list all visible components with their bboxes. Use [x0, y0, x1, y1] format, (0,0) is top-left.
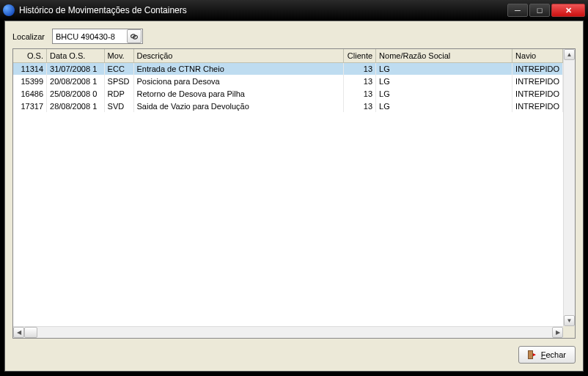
titlebar[interactable]: Histórico de Movimentações de Containers…: [0, 0, 588, 21]
door-exit-icon: [528, 350, 537, 359]
hscroll-track[interactable]: [24, 327, 552, 338]
scroll-down-button[interactable]: ▼: [564, 315, 575, 326]
cell: Saida de Vazio para Devolução: [133, 100, 344, 112]
col-header-mov[interactable]: Mov.: [104, 49, 133, 62]
cell: SPSD: [104, 75, 133, 87]
cell: ECC: [104, 62, 133, 75]
maximize-icon: □: [537, 7, 543, 15]
search-button[interactable]: [127, 29, 142, 43]
cell: INTREPIDO: [512, 100, 563, 112]
search-input[interactable]: [53, 31, 126, 43]
cell: 11314: [13, 62, 47, 75]
scroll-left-button[interactable]: ◀: [13, 327, 24, 338]
window-controls: ─ □ ✕: [507, 4, 585, 17]
cell: INTREPIDO: [512, 87, 563, 100]
maximize-button[interactable]: □: [529, 4, 550, 17]
scroll-up-button[interactable]: ▲: [564, 49, 575, 60]
app-icon: [3, 4, 15, 16]
table-row[interactable]: 1731728/08/2008 1SVDSaida de Vazio para …: [13, 100, 563, 112]
cell: Posiciona para Desova: [133, 75, 344, 87]
table-row[interactable]: 1648625/08/2008 0RDPRetorno de Desova pa…: [13, 87, 563, 100]
cell: 20/08/2008 1: [47, 75, 105, 87]
scroll-right-button[interactable]: ▶: [552, 327, 563, 338]
cell: LG: [376, 87, 512, 100]
cell: 16486: [13, 87, 47, 100]
col-header-data[interactable]: Data O.S.: [47, 49, 105, 62]
fechar-button[interactable]: Fechar: [518, 346, 576, 364]
search-field-wrap: [52, 29, 143, 44]
col-header-navio[interactable]: Navio: [512, 49, 563, 62]
svg-rect-3: [529, 351, 532, 358]
scrollbar-corner: [563, 326, 575, 338]
cell: SVD: [104, 100, 133, 112]
vscroll-track[interactable]: [564, 60, 575, 315]
cell: INTREPIDO: [512, 75, 563, 87]
close-icon: ✕: [565, 7, 572, 15]
window: Histórico de Movimentações de Containers…: [0, 0, 588, 376]
cell: 13: [344, 62, 376, 75]
data-grid[interactable]: O.S. Data O.S. Mov. Descrição Cliente No…: [12, 48, 576, 339]
close-window-button[interactable]: ✕: [551, 4, 585, 17]
col-header-os[interactable]: O.S.: [13, 49, 47, 62]
cell: 13: [344, 100, 376, 112]
svg-point-1: [133, 34, 138, 39]
cell: 31/07/2008 1: [47, 62, 105, 75]
cell: 25/08/2008 0: [47, 87, 105, 100]
button-bar: Fechar: [12, 339, 576, 364]
vertical-scrollbar[interactable]: ▲ ▼: [563, 49, 575, 326]
cell: RDP: [104, 87, 133, 100]
cell: INTREPIDO: [512, 62, 563, 75]
table-row[interactable]: 1131431/07/2008 1ECCEntrada de CTNR Chei…: [13, 62, 563, 75]
grid-viewport: O.S. Data O.S. Mov. Descrição Cliente No…: [13, 49, 563, 326]
col-header-cliente[interactable]: Cliente: [344, 49, 376, 62]
col-header-nome[interactable]: Nome/Razão Social: [376, 49, 512, 62]
cell: LG: [376, 62, 512, 75]
search-icon: [130, 32, 139, 41]
search-toolbar: Localizar: [12, 29, 576, 44]
cell: 15399: [13, 75, 47, 87]
localizar-label: Localizar: [12, 32, 45, 41]
cell: LG: [376, 75, 512, 87]
cell: Entrada de CTNR Cheio: [133, 62, 344, 75]
minimize-icon: ─: [515, 7, 521, 15]
cell: 13: [344, 75, 376, 87]
hscroll-thumb[interactable]: [24, 327, 37, 338]
table-row[interactable]: 1539920/08/2008 1SPSDPosiciona para Deso…: [13, 75, 563, 87]
cell: 28/08/2008 1: [47, 100, 105, 112]
horizontal-scrollbar[interactable]: ◀ ▶: [13, 326, 563, 338]
cell: 17317: [13, 100, 47, 112]
minimize-button[interactable]: ─: [507, 4, 528, 17]
window-title: Histórico de Movimentações de Containers: [19, 5, 507, 15]
cell: Retorno de Desova para Pilha: [133, 87, 344, 100]
client-area: Localizar O.S.: [4, 21, 584, 372]
col-header-descricao[interactable]: Descrição: [133, 49, 344, 62]
cell: 13: [344, 87, 376, 100]
fechar-label: Fechar: [541, 350, 566, 359]
cell: LG: [376, 100, 512, 112]
movements-table: O.S. Data O.S. Mov. Descrição Cliente No…: [13, 49, 563, 112]
